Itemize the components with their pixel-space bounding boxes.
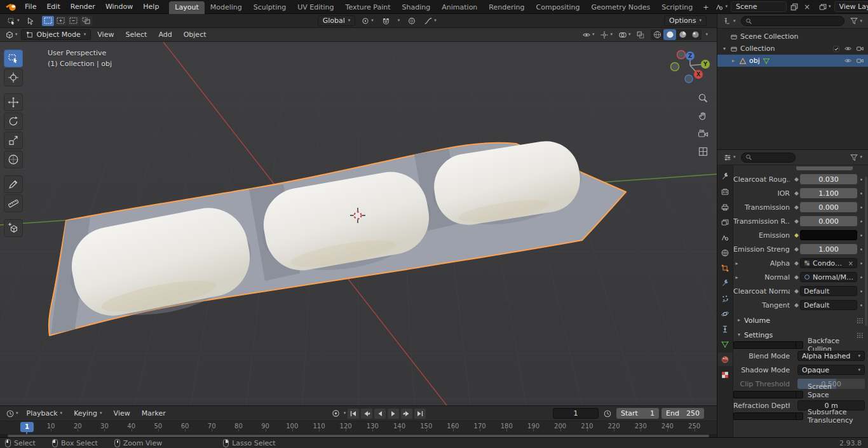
keyframe-diamond-icon[interactable] <box>792 206 800 209</box>
workspace-tab-scripting[interactable]: Scripting <box>656 1 698 14</box>
extras-dot-icon[interactable] <box>857 234 865 236</box>
next-keyframe-button[interactable] <box>401 409 412 419</box>
outliner-row-scene-collection[interactable]: Scene Collection <box>717 31 868 43</box>
workspace-tab-uv-editing[interactable]: UV Editing <box>292 1 339 14</box>
tab-object-properties[interactable] <box>718 261 733 275</box>
tool-scale[interactable] <box>4 132 23 149</box>
extras-dot-icon[interactable] <box>857 290 865 292</box>
scene-browse-icon[interactable]: ▾ <box>713 1 729 13</box>
object-visibility-dropdown[interactable]: ▾ <box>580 29 597 41</box>
keyframe-diamond-icon[interactable] <box>792 220 800 223</box>
xray-toggle[interactable] <box>634 29 647 41</box>
extras-dot-icon[interactable] <box>857 248 865 250</box>
alpha-texture-field[interactable]: Condom_geo2_tran... × <box>800 258 857 268</box>
select-mode-extend-button[interactable] <box>55 16 67 26</box>
tab-render-properties[interactable] <box>718 185 733 198</box>
workspace-tab-compositing[interactable]: Compositing <box>531 1 586 14</box>
editor-type-properties-dropdown[interactable]: ▾ <box>721 152 738 163</box>
playback-menu[interactable]: Playback▾ <box>22 407 68 421</box>
mode-dropdown[interactable]: Object Mode ▾ <box>21 29 92 40</box>
view-layer-browse-icon[interactable]: ▾ <box>817 1 833 13</box>
gizmo-axis-z-negative[interactable] <box>685 75 693 83</box>
shadow-mode-dropdown[interactable]: Opaque▾ <box>797 365 865 375</box>
tab-tool[interactable] <box>718 170 733 183</box>
drag-grip-icon[interactable] <box>857 332 864 338</box>
extras-dot-icon[interactable] <box>857 207 865 208</box>
workspace-tab-shading[interactable]: Shading <box>397 1 437 14</box>
outliner-row-collection[interactable]: ▾ Collection <box>717 43 868 55</box>
keyframe-diamond-icon[interactable] <box>792 276 800 279</box>
shading-material-button[interactable] <box>676 29 689 40</box>
tab-modifier-properties[interactable] <box>718 276 733 290</box>
jump-to-start-button[interactable] <box>348 409 359 419</box>
normal-map-field[interactable]: Normal/Map <box>800 272 857 282</box>
tab-physics-properties[interactable] <box>718 307 733 320</box>
frame-start-field[interactable]: Start1 <box>616 408 659 419</box>
transform-orientation-dropdown[interactable]: Global▾ <box>318 15 356 26</box>
menu-file[interactable]: File <box>20 0 41 14</box>
keyframe-diamond-icon[interactable] <box>792 192 800 195</box>
camera-view-button[interactable] <box>696 127 709 140</box>
unlink-scene-button[interactable]: × <box>802 1 812 13</box>
expand-caret-icon[interactable]: ▾ <box>721 46 728 51</box>
extras-dot-icon[interactable] <box>857 179 865 180</box>
screen-space-refraction-checkbox[interactable] <box>796 391 803 398</box>
settings-section-header[interactable]: ▾ Settings <box>733 329 868 341</box>
drag-grip-icon[interactable] <box>857 318 864 323</box>
frame-end-field[interactable]: End250 <box>661 408 704 419</box>
gizmo-axis-y-negative[interactable] <box>671 63 679 71</box>
playhead[interactable]: 1 <box>20 422 34 432</box>
volume-section-header[interactable]: ▸ Volume <box>733 314 868 327</box>
workspace-tab-layout[interactable]: Layout <box>169 1 204 14</box>
shading-wireframe-button[interactable] <box>651 29 663 40</box>
selected-object-condom-strip[interactable] <box>49 137 626 336</box>
use-preview-range-toggle[interactable] <box>601 408 614 419</box>
add-workspace-button[interactable]: + <box>698 1 713 14</box>
backface-culling-checkbox[interactable] <box>796 341 803 349</box>
extras-dot-icon[interactable] <box>857 221 865 222</box>
workspace-tab-geometry-nodes[interactable]: Geometry Nodes <box>585 1 656 14</box>
editor-type-3d-viewport-dropdown[interactable]: ▾ <box>3 29 20 41</box>
menu-help[interactable]: Help <box>138 0 164 14</box>
transmission-roughness-slider[interactable]: 0.000 <box>800 216 857 226</box>
keyframe-diamond-icon[interactable] <box>792 304 800 307</box>
blender-logo-icon[interactable] <box>5 2 17 11</box>
tab-view-layer-properties[interactable] <box>718 215 733 229</box>
previous-keyframe-button[interactable] <box>361 409 372 419</box>
ior-slider[interactable]: 1.100 <box>800 188 857 198</box>
tab-material-properties[interactable] <box>718 353 733 366</box>
proportional-falloff-dropdown[interactable]: ▾ <box>422 15 438 27</box>
collection-checkbox[interactable] <box>832 45 840 53</box>
jump-to-end-button[interactable] <box>414 409 426 419</box>
transmission-slider[interactable]: 0.000 <box>800 202 857 212</box>
emission-color-swatch[interactable] <box>800 230 857 240</box>
workspace-tab-sculpting[interactable]: Sculpting <box>248 1 292 14</box>
timeline-marker-menu[interactable]: Marker <box>137 407 171 421</box>
pan-hand-button[interactable] <box>696 109 709 122</box>
tab-object-data-properties[interactable] <box>718 337 733 351</box>
gizmo-axis-x-negative[interactable] <box>677 51 686 59</box>
hide-eye-icon[interactable] <box>844 44 852 53</box>
emission-strength-slider[interactable]: 1.000 <box>800 244 857 254</box>
menu-window[interactable]: Window <box>100 0 138 14</box>
disable-render-camera-icon[interactable] <box>856 44 864 53</box>
tab-output-properties[interactable] <box>718 200 733 214</box>
workspace-tab-texture-paint[interactable]: Texture Paint <box>340 1 397 14</box>
shading-solid-button[interactable] <box>663 29 676 40</box>
workspace-tab-modeling[interactable]: Modeling <box>205 1 248 14</box>
keyframe-diamond-icon[interactable] <box>792 262 800 265</box>
expand-arrow-icon[interactable]: ▸ <box>733 275 740 280</box>
shading-rendered-button[interactable] <box>689 29 702 40</box>
scene-name-field[interactable]: Scene <box>731 1 787 12</box>
chevron-down-icon[interactable]: ▾ <box>344 411 346 416</box>
new-scene-button[interactable] <box>788 1 801 13</box>
keying-menu[interactable]: Keying▾ <box>69 407 107 421</box>
select-mode-subtract-button[interactable] <box>67 16 79 26</box>
tab-texture-properties[interactable] <box>718 368 733 381</box>
properties-scrollbar[interactable] <box>865 177 867 326</box>
workspace-tab-animation[interactable]: Animation <box>436 1 483 14</box>
select-mode-intersect-button[interactable] <box>80 16 92 26</box>
timeline-ruler[interactable]: 1020304050607080901001101201301401501601… <box>0 421 717 434</box>
view-layer-name-field[interactable]: View Layer <box>834 1 868 12</box>
options-dropdown[interactable]: Options▾ <box>664 15 707 26</box>
